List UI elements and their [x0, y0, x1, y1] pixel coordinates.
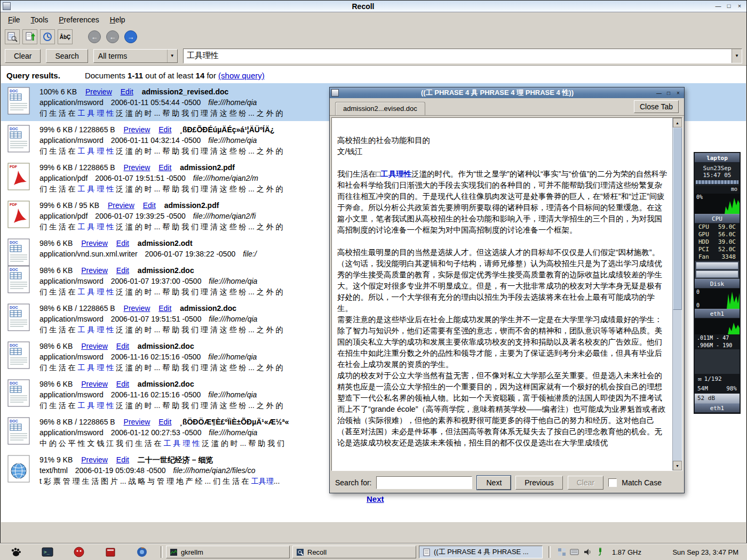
taskbar-clock[interactable]: Sun Sep 23, 3:47 PM [664, 548, 747, 556]
window-menu-icon[interactable] [3, 2, 11, 10]
gkrellm-volume[interactable]: 52 dB [695, 394, 740, 403]
gkrellm-mail[interactable]: ✉ 1/192 [695, 374, 740, 384]
edit-link[interactable]: Edit [116, 266, 129, 275]
preview-link[interactable]: Preview [124, 418, 150, 426]
previous-page-button[interactable]: ← [106, 30, 119, 43]
power-plug-icon[interactable] [595, 548, 605, 557]
edit-link[interactable]: Edit [143, 201, 156, 210]
edit-link[interactable]: Edit [116, 380, 129, 388]
edit-link[interactable]: Edit [158, 304, 171, 313]
volume-speaker-icon[interactable] [583, 548, 592, 557]
scrollbar-track[interactable] [673, 310, 682, 461]
gkrellm-cpu-chart: 0% [695, 194, 740, 214]
scroll-down-icon[interactable]: ▼ [673, 461, 682, 470]
find-previous-button[interactable]: Previous [515, 476, 562, 490]
show-query-link[interactable]: (show query) [218, 71, 265, 80]
next-results-link[interactable]: Next [367, 494, 384, 503]
find-input[interactable] [376, 476, 472, 489]
preview-text[interactable]: 高校招生的社会功能和目的文/钱江我们生活在□工具理性泛滥的时代。作为“世之显学”… [332, 118, 672, 470]
close-icon[interactable]: × [735, 2, 744, 10]
preview-link[interactable]: Preview [81, 380, 108, 388]
preview-link[interactable]: Preview [124, 304, 150, 313]
scroll-up-icon[interactable]: ▲ [673, 118, 682, 127]
taskbar-separator [549, 546, 551, 558]
result-mimetype: application/msword [39, 428, 104, 437]
next-page-button[interactable]: → [124, 30, 137, 43]
maximize-icon[interactable]: □ [724, 2, 734, 10]
task-button-preview[interactable]: ((工 PHRASE 4 具 PHRASE ... [419, 546, 543, 558]
results-summary: Documents 1-11 out of at least 14 for (s… [85, 71, 265, 80]
task-button-gkrellm[interactable]: gkrellm [166, 546, 290, 558]
gkrellm-eth-footer[interactable]: eth1 [695, 403, 740, 413]
menu-tools[interactable]: Tools [26, 13, 54, 27]
task-button-recoll[interactable]: Recoll [292, 546, 416, 558]
scrollbar-thumb[interactable] [673, 127, 682, 310]
red-book-icon[interactable] [104, 546, 117, 558]
preview-link[interactable]: Preview [81, 266, 108, 275]
desktop: Recoll — □ × File Tools Preferences Help… [0, 0, 747, 560]
edit-link[interactable]: Edit [158, 163, 171, 172]
first-page-button[interactable]: ← [88, 30, 101, 43]
gkrellm-memory[interactable]: 54M 98% [695, 384, 740, 394]
find-next-button[interactable]: Next [477, 476, 511, 490]
search-history-icon[interactable]: ▼ [732, 49, 742, 63]
snippet-segment: 泛 滥 的 时 ... 帮 助 我 们 理 清 这 些 纷 ... 之 外 的 [114, 222, 283, 231]
menu-help[interactable]: Help [105, 13, 131, 27]
result-title: admission2.doc [138, 380, 194, 388]
snippet-segment: 工 具 理 性 [78, 401, 114, 410]
preview-minimize-icon[interactable]: — [655, 89, 663, 97]
edit-link[interactable]: Edit [158, 418, 171, 426]
preview-link[interactable]: Preview [108, 201, 134, 210]
edit-link[interactable]: Edit [116, 455, 129, 464]
search-mode-select[interactable]: All terms ▼ [93, 49, 178, 63]
preview-maximize-icon[interactable]: □ [664, 89, 673, 97]
query-details-button[interactable] [5, 29, 20, 44]
edit-link[interactable]: Edit [116, 342, 129, 350]
preview-close-icon[interactable]: × [674, 89, 682, 97]
sort-by-date-button[interactable] [22, 29, 37, 44]
keyboard-layout-icon[interactable] [570, 548, 579, 557]
window-maker-paw-icon[interactable] [10, 546, 22, 558]
sensor-row: PCI52.0C [695, 246, 740, 253]
clear-button[interactable]: Clear [5, 49, 41, 63]
preview-link[interactable]: Preview [81, 342, 108, 350]
search-input[interactable] [184, 49, 732, 63]
preview-link[interactable]: Preview [81, 455, 108, 464]
preview-link[interactable]: Preview [81, 239, 108, 247]
gkrellm-eth-label[interactable]: eth1 [695, 309, 740, 318]
history-button[interactable] [40, 29, 55, 44]
terminal-icon[interactable]: >_ [41, 546, 54, 558]
workspace-grid-icon[interactable] [557, 548, 566, 557]
gkrellm-hostname[interactable]: laptop [695, 153, 740, 163]
preview-tab[interactable]: admission2...evised.doc [335, 102, 425, 115]
red-app-icon[interactable] [73, 546, 85, 558]
gkrellm-disk-label[interactable]: Disk [695, 279, 740, 289]
edit-link[interactable]: Edit [158, 125, 171, 134]
preview-window-menu-icon[interactable] [331, 89, 339, 97]
preview-text-segment: 工具理性 [380, 170, 411, 178]
preview-link[interactable]: Preview [124, 125, 150, 134]
preview-titlebar[interactable]: ((工 PHRASE 4 具 PHRASE 4 理 PHRASE 4 性)) —… [330, 87, 684, 98]
doc-file-icon: DOC [7, 341, 31, 370]
main-titlebar[interactable]: Recoll — □ × [1, 1, 746, 12]
snippet-segment: 泛 滥 的 时 ... 帮 助 我 们 理 清 这 些 纷 ... 之 外 的 [114, 401, 283, 410]
close-tab-button[interactable]: Close Tab [634, 100, 679, 113]
edit-link[interactable]: Edit [121, 87, 133, 96]
match-case-checkbox[interactable] [608, 478, 617, 487]
snippet-segment: 们 生 活 在 [39, 287, 78, 296]
find-clear-button[interactable]: Clear [568, 476, 603, 490]
preview-scrollbar[interactable]: ▲ ▼ [672, 118, 682, 470]
search-button[interactable]: Search [46, 49, 88, 63]
chevron-down-icon[interactable]: ▼ [167, 50, 177, 62]
firefox-icon[interactable] [136, 546, 148, 558]
menu-preferences[interactable]: Preferences [53, 13, 105, 27]
menu-file[interactable]: File [3, 13, 26, 27]
gkrellm-cpu-label[interactable]: CPU [695, 214, 740, 223]
edit-link[interactable]: Edit [116, 239, 129, 247]
minimize-icon[interactable]: — [713, 2, 723, 10]
term-explorer-button[interactable]: ÂbÇ [58, 29, 73, 44]
preview-link[interactable]: Preview [85, 87, 112, 96]
preview-link[interactable]: Preview [124, 163, 150, 172]
gkrellm-clock[interactable]: Sun23Sep 15:47 05 [695, 163, 740, 186]
preview-window-title: ((工 PHRASE 4 具 PHRASE 4 理 PHRASE 4 性)) [341, 88, 654, 98]
